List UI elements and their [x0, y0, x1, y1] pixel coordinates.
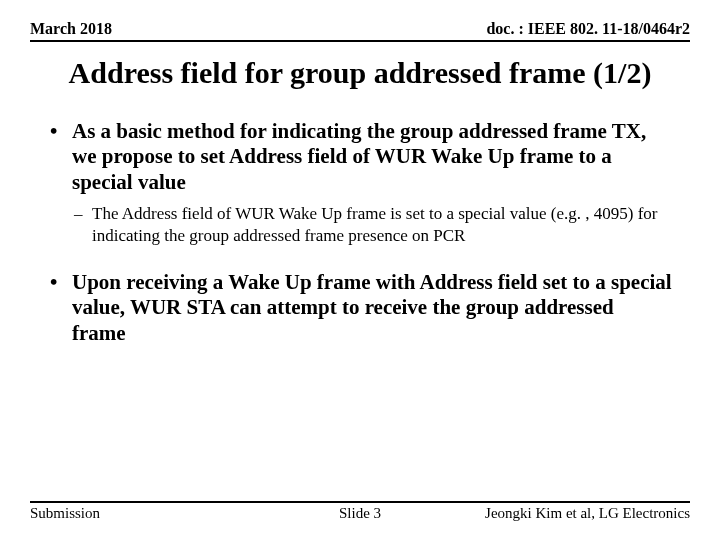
bullet-item: As a basic method for indicating the gro… [48, 119, 672, 246]
slide-header: March 2018 doc. : IEEE 802. 11-18/0464r2 [30, 20, 690, 38]
slide-title: Address field for group addressed frame … [30, 56, 690, 91]
sub-bullet-text: The Address field of WUR Wake Up frame i… [92, 204, 657, 244]
footer-center: Slide 3 [250, 505, 470, 522]
footer-rule [30, 501, 690, 503]
spacer [48, 256, 672, 270]
header-rule [30, 40, 690, 42]
header-docref: doc. : IEEE 802. 11-18/0464r2 [486, 20, 690, 38]
slide-footer: Submission Slide 3 Jeongki Kim et al, LG… [30, 501, 690, 522]
sub-bullet-item: The Address field of WUR Wake Up frame i… [72, 203, 672, 246]
bullet-text: As a basic method for indicating the gro… [72, 119, 646, 194]
footer-right: Jeongki Kim et al, LG Electronics [470, 505, 690, 522]
bullet-text: Upon receiving a Wake Up frame with Addr… [72, 270, 672, 345]
footer-left: Submission [30, 505, 250, 522]
footer-row: Submission Slide 3 Jeongki Kim et al, LG… [30, 505, 690, 522]
bullet-list: As a basic method for indicating the gro… [48, 119, 672, 246]
sub-bullet-list: The Address field of WUR Wake Up frame i… [72, 203, 672, 246]
header-date: March 2018 [30, 20, 112, 38]
bullet-list: Upon receiving a Wake Up frame with Addr… [48, 270, 672, 347]
slide-body: As a basic method for indicating the gro… [30, 119, 690, 347]
bullet-item: Upon receiving a Wake Up frame with Addr… [48, 270, 672, 347]
slide: March 2018 doc. : IEEE 802. 11-18/0464r2… [0, 0, 720, 540]
